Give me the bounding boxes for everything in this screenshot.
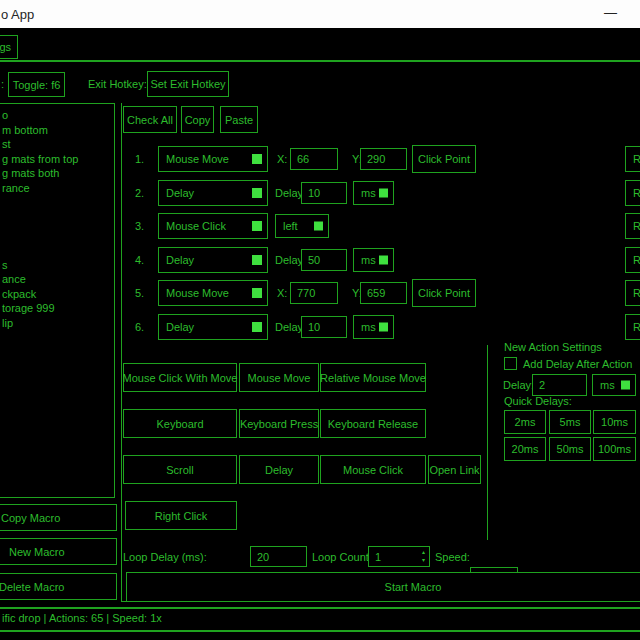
action-row-number: 3.: [135, 220, 144, 232]
action-type-value: Delay: [166, 187, 194, 199]
add-mouse-click-button[interactable]: Mouse Click: [320, 455, 426, 484]
add-keyboard-press-button[interactable]: Keyboard Press: [239, 409, 319, 438]
dropdown-indicator-icon: [379, 189, 388, 198]
macro-list[interactable]: o m bottom st g mats from top g mats bot…: [0, 103, 115, 498]
add-keyboard-release-button[interactable]: Keyboard Release: [320, 409, 426, 438]
mouse-button-dropdown[interactable]: left: [275, 214, 329, 238]
start-macro-button[interactable]: Start Macro: [126, 572, 640, 602]
titlebar: o App —: [0, 0, 640, 28]
loop-delay-label: Loop Delay (ms):: [123, 551, 207, 563]
click-point-button[interactable]: Click Point: [412, 145, 476, 173]
macro-list-item[interactable]: torage 999: [2, 302, 55, 314]
delay-unit-dropdown[interactable]: ms: [353, 315, 394, 339]
app-window: o App — gs : Toggle: f6 Exit Hotkey: Set…: [0, 0, 640, 640]
delay-input[interactable]: 50: [301, 249, 347, 271]
copy-button[interactable]: Copy: [181, 106, 214, 133]
minimize-icon[interactable]: —: [604, 5, 617, 20]
delay-label: Delay:: [275, 254, 302, 266]
menu-item-settings[interactable]: gs: [0, 35, 18, 59]
action-type-value: Delay: [166, 254, 194, 266]
action-type-dropdown[interactable]: Delay: [158, 314, 268, 340]
toggle-hotkey-label: :: [1, 78, 4, 90]
macro-list-item[interactable]: ckpack: [2, 288, 36, 300]
macro-list-item[interactable]: g mats from top: [2, 153, 78, 165]
loop-count-stepper[interactable]: 1 ▴▾: [368, 546, 430, 567]
macro-list-item[interactable]: o: [2, 109, 8, 121]
check-all-button[interactable]: Check All: [123, 106, 177, 133]
x-input[interactable]: 66: [290, 148, 338, 170]
delay-input[interactable]: 10: [301, 316, 347, 338]
loop-count-label: Loop Count:: [312, 551, 372, 563]
quick-delay-10ms-button[interactable]: 10ms: [593, 410, 636, 434]
y-input[interactable]: 290: [360, 148, 407, 170]
loop-count-value: 1: [375, 551, 381, 563]
action-row-number: 2.: [135, 187, 144, 199]
exit-hotkey-label: Exit Hotkey:: [88, 78, 147, 90]
dropdown-indicator-icon: [379, 256, 388, 265]
macro-list-item[interactable]: st: [2, 138, 11, 150]
action-type-value: Mouse Move: [166, 287, 229, 299]
statusbar-bottom-border: [0, 630, 640, 632]
main-panel-left-border: [121, 103, 122, 601]
menubar-divider: [0, 60, 640, 62]
add-delay-after-action-checkbox[interactable]: [504, 357, 517, 370]
macro-list-item[interactable]: s: [2, 259, 8, 271]
remove-action-button[interactable]: R: [625, 247, 640, 273]
quick-delay-20ms-button[interactable]: 20ms: [504, 437, 546, 461]
remove-action-button[interactable]: R: [625, 314, 640, 340]
add-delay-button[interactable]: Delay: [239, 455, 319, 484]
remove-action-button[interactable]: R: [625, 280, 640, 306]
quick-delays-label: Quick Delays:: [504, 395, 572, 407]
delay-input[interactable]: 10: [301, 182, 347, 204]
macro-list-item[interactable]: rance: [2, 182, 30, 194]
action-type-dropdown[interactable]: Mouse Click: [158, 213, 268, 239]
click-point-button[interactable]: Click Point: [412, 279, 476, 307]
macro-list-item[interactable]: m bottom: [2, 124, 48, 136]
macro-list-item[interactable]: g mats both: [2, 167, 59, 179]
dropdown-indicator-icon: [621, 381, 630, 390]
x-label: X:: [277, 287, 287, 299]
set-exit-hotkey-button[interactable]: Set Exit Hotkey: [147, 71, 229, 97]
quick-delay-100ms-button[interactable]: 100ms: [593, 437, 636, 461]
new-macro-button[interactable]: New Macro: [0, 538, 117, 565]
remove-action-button[interactable]: R: [625, 146, 640, 172]
loop-delay-input[interactable]: 20: [250, 546, 307, 567]
delay-unit-dropdown[interactable]: ms: [353, 181, 394, 205]
settings-delay-unit-value: ms: [600, 379, 615, 391]
toggle-hotkey-button[interactable]: Toggle: f6: [8, 72, 65, 97]
quick-delay-2ms-button[interactable]: 2ms: [504, 410, 546, 434]
spinner-up-icon[interactable]: ▴: [422, 548, 425, 556]
add-mouse-click-with-move-button[interactable]: Mouse Click With Move: [123, 363, 237, 392]
quick-delay-50ms-button[interactable]: 50ms: [549, 437, 591, 461]
spinner-down-icon[interactable]: ▾: [422, 556, 425, 564]
add-keyboard-button[interactable]: Keyboard: [123, 409, 237, 438]
action-row-number: 1.: [135, 153, 144, 165]
macro-list-item[interactable]: lip: [2, 317, 13, 329]
settings-delay-unit-dropdown[interactable]: ms: [592, 374, 636, 396]
delete-macro-button[interactable]: Delete Macro: [0, 573, 117, 600]
copy-macro-button[interactable]: Copy Macro: [0, 504, 117, 531]
y-input[interactable]: 659: [360, 282, 407, 304]
action-type-dropdown[interactable]: Delay: [158, 180, 268, 206]
dropdown-indicator-icon: [252, 221, 262, 231]
x-input[interactable]: 770: [290, 282, 338, 304]
action-type-dropdown[interactable]: Mouse Move: [158, 280, 268, 306]
quick-delay-5ms-button[interactable]: 5ms: [549, 410, 591, 434]
delay-unit-dropdown[interactable]: ms: [353, 248, 394, 272]
remove-action-button[interactable]: R: [625, 180, 640, 206]
action-type-value: Mouse Click: [166, 220, 226, 232]
action-type-dropdown[interactable]: Mouse Move: [158, 146, 268, 172]
action-type-dropdown[interactable]: Delay: [158, 247, 268, 273]
paste-button[interactable]: Paste: [220, 106, 258, 133]
add-relative-mouse-move-button[interactable]: Relative Mouse Move: [320, 363, 426, 392]
delay-unit-value: ms: [361, 321, 376, 333]
macro-list-item[interactable]: ance: [2, 273, 26, 285]
add-right-click-button[interactable]: Right Click: [125, 501, 237, 530]
window-title: o App: [1, 7, 34, 22]
remove-action-button[interactable]: R: [625, 213, 640, 239]
settings-delay-input[interactable]: 2: [532, 374, 587, 396]
add-open-link-button[interactable]: Open Link: [428, 455, 481, 484]
add-mouse-move-button[interactable]: Mouse Move: [239, 363, 319, 392]
add-scroll-button[interactable]: Scroll: [123, 455, 237, 484]
dropdown-indicator-icon: [252, 154, 262, 164]
